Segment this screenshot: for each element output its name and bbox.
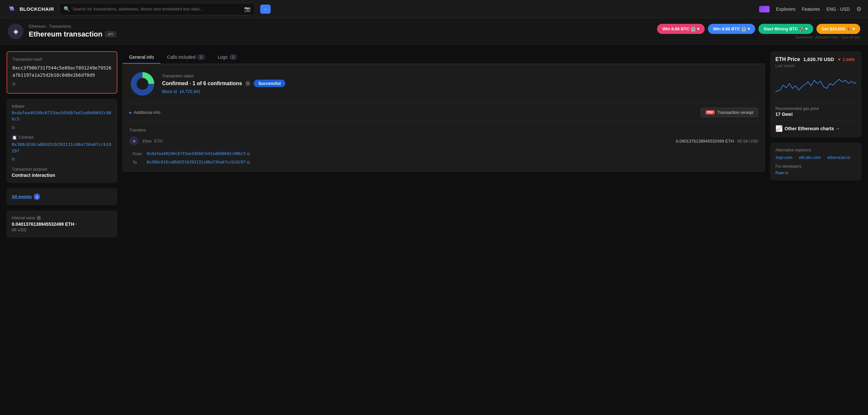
tab-calls-included[interactable]: Calls included 1 [160,51,211,64]
alt-link-etherscan[interactable]: etherscan.io [827,155,850,160]
to-copy-icon[interactable]: ⧉ [247,160,250,165]
header-nav: Explorers Features ENG · USD ⚙ [759,5,862,13]
ether-icon: ◈ [129,137,138,146]
header: BLOCKCHAIR 🔍 📷 → Explorers Features ENG … [0,0,868,18]
tx-purpose-value: Contract interaction [12,173,112,178]
initiator-value: 0xdafea492d9c6733ae3d56b7ed1adb60692c98b… [12,110,112,131]
transfers-label: Transfers [129,128,758,132]
tabs-row: General info Calls included 1 Logs 1 [123,51,765,64]
triangle-icon: ▶ [129,111,132,114]
eth-price-change: ▼ 1.04% [837,57,855,62]
transfer-row: ◈ Ether ETH 0.0401376138945532499 ETH · … [129,137,758,165]
search-button[interactable]: → [260,5,271,14]
internal-value-label: Internal value ? [12,216,112,220]
alt-link-3xpl[interactable]: 3xpl.com [775,155,792,160]
block-id: Block id 16,725,941 [162,89,285,94]
initiator-row: Initiator 0xdafea492d9c6733ae3d56b7ed1ad… [12,104,112,131]
search-icon: 🔍 [64,6,70,12]
from-address: 0xdafea492d9c6733ae3d56b7ed1adb60692c98b… [147,151,758,157]
contract-row: 📄 Contract 0x388c818ca8b9251b393131c08a7… [12,135,112,162]
tx-status-info: Transaction status Confirmed · 1 of 6 co… [162,74,285,94]
for-devs-label: For developers [775,164,856,169]
alt-explorers-box: Alternative explorers 3xpl.com · eth.btc… [770,143,862,180]
right-panel: ETH Price 1,620.70 USD ▼ 1.04% Last mont… [770,51,862,238]
tab-logs[interactable]: Logs 1 [211,51,243,64]
ether-row: ◈ Ether ETH 0.0401376138945532499 ETH · … [129,137,758,146]
status-badge: Successful [254,80,285,87]
promo-area: Win 8.88 BTC 🏦 ▾ Win 8.88 BTC 🏦 ▾ Start … [657,24,860,39]
info-section: Initiator 0xdafea492d9c6733ae3d56b7ed1ad… [6,99,117,183]
left-panel: Transaction hash 0xcc3f90b731f544c5e09ac… [6,51,117,238]
camera-icon[interactable]: 📷 [244,6,251,12]
block-id-value[interactable]: 16,725,941 [179,89,200,94]
internal-value-help-icon[interactable]: ? [36,216,41,220]
gas-price-section: Recommended gas price 17 Gwei [775,102,856,117]
initiator-copy-icon[interactable]: ⧉ [12,124,15,131]
page-title-area: Ethereum · Transactions Ethereum transac… [29,24,116,38]
all-events-badge: 1 [34,194,40,200]
promo-btn-3[interactable]: Get $20,000 🎉 ▾ [816,24,861,34]
promo-btn-0[interactable]: Win 8.88 BTC 🏦 ▾ [657,24,704,34]
pdf-icon: PDF [706,110,715,115]
search-bar[interactable]: 🔍 📷 [59,3,255,15]
ether-amount: 0.0401376138945532499 ETH · 65.58 USD [676,139,758,144]
from-row: From 0xdafea492d9c6733ae3d56b7ed1adb6069… [129,151,758,157]
page-title: Ethereum transaction API [29,30,116,38]
api-badge[interactable]: API [105,31,116,37]
eth-price-header: ETH Price 1,620.70 USD ▼ 1.04% [775,56,856,62]
additional-info-link[interactable]: ▶ Additional info [129,110,160,115]
main-layout: Transaction hash 0xcc3f90b731f544c5e09ac… [0,45,868,244]
alt-link-ethbtc[interactable]: eth.btc.com [799,155,821,160]
alt-links: 3xpl.com · eth.btc.com · etherscan.io [775,155,856,160]
logs-badge: 1 [229,55,237,60]
from-copy-icon[interactable]: ⧉ [247,151,250,157]
sponsored-text: Sponsored · Advertise here · Turn off ad… [795,35,860,39]
confirmation-help-icon[interactable]: ? [245,81,250,86]
promo-buttons: Win 8.88 BTC 🏦 ▾ Win 8.88 BTC 🏦 ▾ Start … [657,24,860,34]
all-events-link[interactable]: All events 1 [12,194,40,200]
tx-status-confirmed: Confirmed · 1 of 6 confirmations ? Succe… [162,80,285,87]
center-content: Transaction status Confirmed · 1 of 6 co… [123,64,765,172]
tab-general-info[interactable]: General info [123,51,160,64]
tx-hash-value: 0xcc3f90b731f544c5e09acf891249e79526a7b1… [12,64,112,88]
settings-icon[interactable]: ⚙ [856,5,862,13]
logo[interactable]: BLOCKCHAIR [6,4,54,14]
raw-tx-link[interactable]: Raw tx [775,170,788,175]
eth-price-box: ETH Price 1,620.70 USD ▼ 1.04% Last mont… [770,51,862,137]
alt-explorers-label: Alternative explorers [775,148,856,152]
nav-explorers[interactable]: Explorers [776,6,795,12]
blockchair-logo-icon [6,4,17,14]
internal-usd: 66 USD [12,228,112,232]
contract-label: 📄 Contract [12,135,112,140]
ether-label: Ether ETH [143,138,162,144]
page-header: ◈ Ethereum · Transactions Ethereum trans… [0,18,868,45]
tx-status-area: Transaction status Confirmed · 1 of 6 co… [129,71,758,97]
breadcrumb: Ethereum · Transactions [29,24,116,29]
ether-usd: · 65.58 USD [735,139,758,144]
logo-text: BLOCKCHAIR [20,6,54,12]
gas-label: Recommended gas price [775,106,856,111]
pdf-receipt-btn[interactable]: PDF Transaction receipt [701,108,758,117]
tx-hash-label: Transaction hash [12,57,112,62]
transfers-section: Transfers ◈ Ether ETH 0.0401376138945532… [129,128,758,165]
gas-value: 17 Gwei [775,112,856,117]
to-address: 0x388c818ca8b9251b393131c08a736a67ccb192… [147,160,758,165]
tx-purpose-label: Transaction purpose [12,167,112,172]
internal-value: 0.0401376138945532499 ETH · [12,221,112,227]
nav-features[interactable]: Features [802,6,820,12]
tx-status-label: Transaction status [162,74,285,78]
nav-lang-currency[interactable]: ENG · USD [826,6,850,12]
to-row: To 0x388c818ca8b9251b393131c08a736a67ccb… [129,160,758,165]
search-input[interactable] [73,6,242,11]
other-charts-link[interactable]: 📈 Other Ethereum charts → [775,121,856,132]
tx-status-pie-chart [129,71,156,97]
tx-hash-copy-icon[interactable]: ⧉ [12,81,15,88]
promo-btn-2[interactable]: Start Mining BTC 🚀 ▾ [758,24,813,34]
center-panel: General info Calls included 1 Logs 1 [123,51,765,238]
contract-copy-icon[interactable]: ⧉ [12,156,15,162]
promo-btn-1[interactable]: Win 8.88 BTC 🏦 ▾ [708,24,755,34]
price-period: Last month [775,64,856,68]
wallet-icon[interactable] [759,6,770,12]
eth-price-value: 1,620.70 USD [803,56,834,62]
page-header-left: ◈ Ethereum · Transactions Ethereum trans… [8,24,116,39]
